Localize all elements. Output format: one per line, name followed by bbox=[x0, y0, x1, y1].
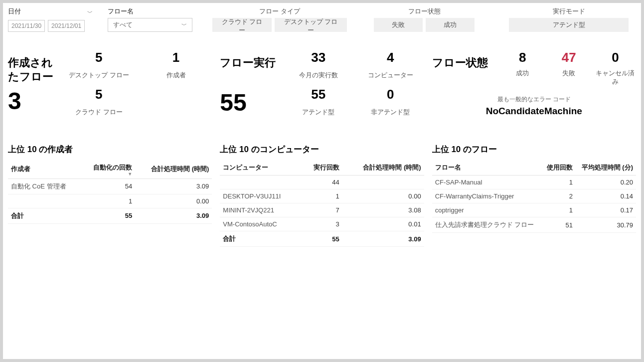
table-row[interactable]: DESKTOP-V3UJ11I10.00 bbox=[220, 189, 424, 203]
kpi3-c-sub: キャンセル済み bbox=[595, 69, 636, 86]
flowname-select[interactable]: すべて ﹀ bbox=[108, 18, 192, 32]
kpi2-c-sub: コンピューター bbox=[368, 71, 413, 80]
t2-h2[interactable]: 実行回数 bbox=[302, 160, 342, 176]
t2-h3[interactable]: 合計処理時間 (時間) bbox=[342, 160, 424, 176]
sort-desc-icon: ▼ bbox=[84, 173, 132, 176]
table-row[interactable]: coptrigger10.17 bbox=[432, 203, 636, 217]
t3-title: 上位 10 のフロー bbox=[432, 144, 636, 155]
tables-row: 上位 10 の作成者 作成者 自動化の回数▼ 合計処理時間 (時間) 自動化 C… bbox=[8, 144, 636, 354]
kpi-flow-runs: フロー実行 55 33 今月の実行数 55 アテンド型 4 bbox=[220, 50, 424, 130]
kpi2-b-num: 55 bbox=[311, 87, 325, 102]
flowtype-cloud-button[interactable]: クラウド フロー bbox=[212, 18, 272, 32]
t1-title: 上位 10 の作成者 bbox=[8, 144, 212, 155]
kpi2-b-sub: アテンド型 bbox=[302, 108, 334, 117]
t2-body: 44DESKTOP-V3UJ11I10.00MININT-2VJQ22173.0… bbox=[220, 176, 424, 231]
filter-bar: 日付 ﹀ 2021/11/30 2021/12/01 フロー名 すべて ﹀ フロ… bbox=[8, 7, 636, 35]
filter-flowstate: フロー状態 失敗 成功 bbox=[357, 7, 491, 35]
date-to-input[interactable]: 2021/12/01 bbox=[48, 20, 85, 32]
table-row[interactable]: CF-SAP-Manual10.20 bbox=[432, 176, 636, 189]
kpi3-error-code: NoCandidateMachine bbox=[432, 106, 636, 117]
t2-total-row: 合計 55 3.09 bbox=[220, 231, 424, 247]
table-row[interactable]: 仕入先請求書処理クラウド フロー5130.79 bbox=[432, 217, 636, 233]
t1-total-row: 合計 55 3.09 bbox=[8, 208, 212, 223]
table-row[interactable]: 10.00 bbox=[8, 194, 212, 208]
chevron-down-icon[interactable]: ﹀ bbox=[87, 9, 93, 16]
table-row[interactable]: 44 bbox=[220, 176, 424, 189]
filter-date: 日付 ﹀ 2021/11/30 2021/12/01 bbox=[8, 7, 98, 35]
t3-h1[interactable]: フロー名 bbox=[432, 160, 542, 176]
kpi1-c-sub: 作成者 bbox=[166, 71, 186, 80]
kpi1-a-num: 5 bbox=[95, 50, 102, 65]
t3-h2[interactable]: 使用回数 bbox=[542, 160, 576, 176]
kpi1-big: 3 bbox=[8, 89, 63, 113]
kpi2-d-sub: 非アテンド型 bbox=[371, 108, 410, 117]
filter-runmode: 実行モード アテンド型 bbox=[501, 7, 636, 35]
top-flows-card: 上位 10 のフロー フロー名 使用回数 平均処理時間 (分) CF-SAP-M… bbox=[432, 144, 636, 354]
table-row[interactable]: CF-WarrantyClaims-Trigger20.14 bbox=[432, 189, 636, 203]
kpi2-c-num: 4 bbox=[387, 50, 394, 65]
kpi3-b-sub: 失敗 bbox=[548, 69, 590, 78]
filter-flowname-label: フロー名 bbox=[108, 7, 202, 16]
kpi2-a-num: 33 bbox=[311, 50, 325, 65]
kpi3-a-num: 8 bbox=[502, 50, 543, 65]
top-flows-table: フロー名 使用回数 平均処理時間 (分) CF-SAP-Manual10.20C… bbox=[432, 160, 636, 233]
kpi2-big: 55 bbox=[220, 91, 285, 115]
kpi3-title: フロー状態 bbox=[432, 56, 502, 70]
t3-h3[interactable]: 平均処理時間 (分) bbox=[576, 160, 636, 176]
filter-flowtype-label: フロー タイプ bbox=[259, 7, 300, 16]
kpi1-a-sub: デスクトップ フロー bbox=[69, 71, 129, 80]
kpi-flow-state: フロー状態 8 成功 47 失敗 0 キャンセル済み bbox=[432, 50, 636, 130]
runmode-attended-button[interactable]: アテンド型 bbox=[509, 18, 629, 32]
flowstate-success-button[interactable]: 成功 bbox=[426, 18, 475, 32]
filter-flowstate-label: フロー状態 bbox=[408, 7, 441, 16]
kpi1-b-num: 5 bbox=[95, 87, 102, 102]
kpi3-error-caption: 最も一般的なエラー コード bbox=[432, 95, 636, 104]
flowstate-fail-button[interactable]: 失敗 bbox=[374, 18, 423, 32]
kpi1-c-num: 1 bbox=[172, 50, 179, 65]
filter-runmode-label: 実行モード bbox=[553, 7, 585, 16]
filter-flowname: フロー名 すべて ﹀ bbox=[108, 7, 202, 35]
kpi-created-flows: 作成されたフロー 3 5 デスクトップ フロー 5 クラウド フロー 1 bbox=[8, 50, 212, 130]
t1-body: 自動化 CoE 管理者543.0910.00 bbox=[8, 179, 212, 208]
kpi3-b-num: 47 bbox=[548, 50, 590, 65]
dashboard: 日付 ﹀ 2021/11/30 2021/12/01 フロー名 すべて ﹀ フロ… bbox=[3, 3, 641, 359]
chevron-down-icon: ﹀ bbox=[181, 21, 187, 29]
top-computers-table: コンピューター 実行回数 合計処理時間 (時間) 44DESKTOP-V3UJ1… bbox=[220, 160, 424, 247]
date-from-input[interactable]: 2021/11/30 bbox=[8, 20, 45, 32]
top-creators-card: 上位 10 の作成者 作成者 自動化の回数▼ 合計処理時間 (時間) 自動化 C… bbox=[8, 144, 212, 354]
top-computers-card: 上位 10 のコンピューター コンピューター 実行回数 合計処理時間 (時間) … bbox=[220, 144, 424, 354]
top-creators-table: 作成者 自動化の回数▼ 合計処理時間 (時間) 自動化 CoE 管理者543.0… bbox=[8, 160, 212, 224]
filter-flowtype: フロー タイプ クラウド フロー デスクトップ フロー bbox=[212, 7, 347, 35]
t1-h3[interactable]: 合計処理時間 (時間) bbox=[135, 160, 212, 179]
t1-h1[interactable]: 作成者 bbox=[8, 160, 81, 179]
kpi2-d-num: 0 bbox=[387, 87, 394, 102]
table-row[interactable]: VM-ContosoAutoC30.01 bbox=[220, 217, 424, 231]
kpi2-a-sub: 今月の実行数 bbox=[299, 71, 338, 80]
table-row[interactable]: 自動化 CoE 管理者543.09 bbox=[8, 179, 212, 194]
table-row[interactable]: MININT-2VJQ22173.08 bbox=[220, 203, 424, 217]
kpi2-title: フロー実行 bbox=[220, 56, 285, 70]
kpi3-a-sub: 成功 bbox=[502, 69, 543, 78]
kpi-row: 作成されたフロー 3 5 デスクトップ フロー 5 クラウド フロー 1 bbox=[8, 50, 636, 130]
kpi1-b-sub: クラウド フロー bbox=[75, 108, 122, 117]
t3-body: CF-SAP-Manual10.20CF-WarrantyClaims-Trig… bbox=[432, 176, 636, 233]
kpi1-title: 作成されたフロー bbox=[8, 56, 63, 83]
kpi3-c-num: 0 bbox=[595, 50, 636, 65]
t2-title: 上位 10 のコンピューター bbox=[220, 144, 424, 155]
t1-h2[interactable]: 自動化の回数▼ bbox=[81, 160, 135, 179]
flowname-value: すべて bbox=[113, 20, 133, 29]
flowtype-desktop-button[interactable]: デスクトップ フロー bbox=[275, 18, 347, 32]
t2-h1[interactable]: コンピューター bbox=[220, 160, 302, 176]
filter-date-label: 日付 bbox=[8, 7, 21, 16]
